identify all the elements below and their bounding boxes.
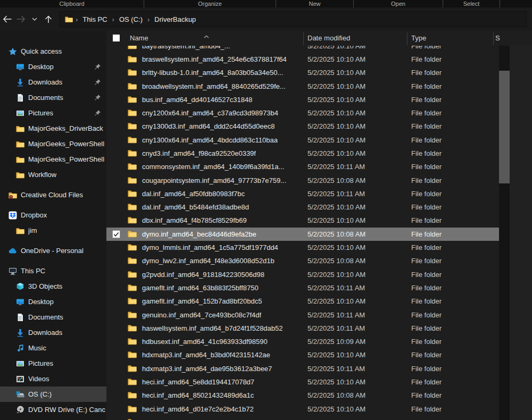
file-row[interactable]: broadwellsystem.inf_amd64_8840265d529fe.… [106, 80, 499, 93]
file-row[interactable]: g2pvdd.inf_amd64_9181842230506d985/2/202… [106, 268, 499, 281]
back-button[interactable] [0, 12, 14, 26]
sidebar-item-jim[interactable]: jim [0, 223, 106, 238]
recent-locations-chevron[interactable] [28, 12, 41, 26]
sidebar-item-label: DVD RW Drive (E:) Canc [28, 406, 105, 414]
file-row[interactable]: haswellsystem.inf_amd64_b7d24f1f528dab52… [106, 322, 499, 335]
sidebar-item-music[interactable]: Music [0, 340, 106, 356]
up-button[interactable] [41, 12, 55, 26]
sidebar-item-dvd-rw-drive-e-canc[interactable]: DVD RW Drive (E:) Canc [0, 402, 106, 417]
cell-date: 5/2/2025 10:11 AM [307, 163, 365, 171]
file-row[interactable]: dymo_lmmls.inf_amd64_1c5a775df1977dd45/2… [106, 241, 499, 254]
sidebar-item-label: Quick access [21, 47, 62, 55]
cell-name: dal.inf_amd64_af50fdb80983f7bc [142, 190, 245, 198]
file-row[interactable]: gameflt.inf_amd64_152b7ad8bf20bdc55/2/20… [106, 295, 499, 308]
folder-icon [16, 155, 24, 164]
cell-date: 5/2/2025 10:09 AM [307, 338, 365, 346]
sidebar-item-onedrive-personal[interactable]: OneDrive - Personal [0, 243, 106, 258]
file-row[interactable]: hdxmatp3.inf_amd64_dae95b3612a3bee75/2/2… [106, 362, 499, 375]
sidebar-item-creative-cloud-files[interactable]: Creative Cloud Files [0, 187, 106, 203]
sidebar-item-desktop[interactable]: Desktop [0, 59, 106, 74]
folder-icon [128, 243, 137, 251]
cell-type: File folder [411, 136, 442, 144]
file-row[interactable]: cnyd3.inf_amd64_f98ca92520e0339f5/2/2025… [106, 147, 499, 160]
folder-icon [16, 171, 24, 179]
ribbon-group-label: Clipboard [59, 0, 84, 7]
sidebar-item-this-pc[interactable]: This PC [0, 263, 106, 279]
sidebar-item-documents[interactable]: Documents [0, 309, 106, 325]
ribbon-group-new: New [276, 0, 354, 7]
sidebar-item-majorgeeks-powershell[interactable]: MajorGeeks_PowerShell [0, 136, 106, 152]
file-row[interactable]: baytrailsystem.inf_amd64_...5/2/2025 10:… [106, 46, 499, 53]
sidebar-item-label: Creative Cloud Files [21, 191, 83, 199]
column-divider[interactable] [407, 32, 408, 45]
breadcrumb-item-driverbackup[interactable]: DriverBackup [151, 15, 199, 23]
sidebar-item-majorgeeks-driverback[interactable]: MajorGeeks_DriverBack [0, 121, 106, 136]
sidebar-item-pictures[interactable]: Pictures [0, 105, 106, 121]
sidebar-item-label: Documents [28, 94, 63, 102]
file-row[interactable]: genuino.inf_amd64_7ce493bc08c7f4df5/2/20… [106, 308, 499, 322]
cell-type: File folder [411, 378, 442, 386]
file-row[interactable]: cougarpointsystem.inf_amd64_97773b7e759.… [106, 174, 499, 187]
file-row[interactable]: hdbusext.inf_amd64_41c963933df985905/2/2… [106, 335, 499, 348]
sidebar-item-videos[interactable]: Videos [0, 371, 106, 387]
file-row[interactable]: dymo_lwv2.inf_amd64_f48e3d6008d52d1b5/2/… [106, 254, 499, 267]
drive-os-icon [16, 390, 24, 399]
file-row[interactable]: heci.inf_amd64_85021432489d6a1c5/2/2025 … [106, 389, 499, 402]
column-header-type[interactable]: Type [411, 34, 426, 42]
folder-icon [128, 189, 137, 197]
forward-button[interactable] [14, 12, 28, 26]
file-row[interactable]: hdxmatp3.inf_amd64_b3bd0f42315142ae5/2/2… [106, 348, 499, 362]
file-row[interactable]: commonsystem.inf_amd64_140b9f6a39fd1a...… [106, 160, 499, 173]
breadcrumb-item-this-pc[interactable]: This PC [79, 15, 110, 23]
cell-name: hdbusext.inf_amd64_41c963933df98590 [142, 338, 268, 346]
column-divider[interactable] [303, 32, 304, 45]
file-row[interactable]: gameflt.inf_amd64_63b883f25bff87505/2/20… [106, 281, 499, 295]
file-row[interactable]: dal.inf_amd64_b5484efd38adbe8d5/2/2025 1… [106, 200, 499, 214]
file-row[interactable]: brltty-libusb-1.0.inf_amd64_8a03b05a34e5… [106, 66, 499, 79]
cell-name: heci.inf_amd64_85021432489d6a1c [142, 391, 254, 399]
folder-icon [128, 95, 137, 103]
scrollbar-thumb[interactable] [499, 71, 510, 183]
sidebar-item-desktop[interactable]: Desktop [0, 294, 106, 309]
sidebar-item-documents[interactable]: Documents [0, 90, 106, 105]
breadcrumb-item-os-c[interactable]: OS (C:) [116, 15, 146, 23]
file-row[interactable]: cny1300d3.inf_amd64_ddd2c44d55d0eec85/2/… [106, 120, 499, 133]
folder-icon [128, 122, 137, 130]
sidebar-item-quick-access[interactable]: Quick access [0, 44, 106, 59]
sidebar-item-workflow[interactable]: Workflow [0, 167, 106, 182]
row-checkbox-checked[interactable] [112, 230, 120, 238]
folder-icon [128, 418, 137, 420]
cell-type: File folder [411, 177, 442, 184]
pictures-icon [16, 109, 24, 117]
cell-type: File folder [411, 365, 442, 373]
cell-name: dymo_lwv2.inf_amd64_f48e3d6008d52d1b [142, 257, 275, 265]
cell-name: cny1200x64.inf_amd64_c37a9cd3d98973b4 [142, 109, 278, 117]
address-bar[interactable]: ›This PC›OS (C:)›DriverBackup [60, 11, 527, 27]
file-row[interactable]: braswellsystem.inf_amd64_254e6c6378817f6… [106, 53, 499, 66]
column-header-size[interactable]: Size [495, 34, 500, 42]
sidebar-item-dropbox[interactable]: Dropbox [0, 207, 106, 223]
file-row-partial[interactable] [106, 416, 499, 420]
file-row[interactable]: heci.inf_amd64_5e8dd194417078d75/2/2025 … [106, 375, 499, 389]
sidebar-item-os-c[interactable]: OS (C:) [0, 387, 106, 402]
vertical-scrollbar[interactable] [499, 31, 510, 420]
column-divider[interactable] [493, 32, 494, 45]
file-row[interactable]: heci.inf_amd64_d01e7c2e2b4c1b725/2/2025 … [106, 402, 499, 416]
select-all-checkbox[interactable] [113, 35, 120, 41]
file-row[interactable]: cny1300x64.inf_amd64_4bdcdd863c110baa5/2… [106, 133, 499, 147]
sidebar-item-majorgeeks-powershell[interactable]: MajorGeeks_PowerShell [0, 152, 106, 167]
file-row[interactable]: bus.inf_amd64_dd40146527c318485/2/2025 1… [106, 93, 499, 106]
sidebar-item-downloads[interactable]: Downloads [0, 74, 106, 90]
sidebar-item-3d-objects[interactable]: 3D Objects [0, 279, 106, 294]
file-row[interactable]: dbx.inf_amd64_f4b785cf8529fb695/2/2025 1… [106, 214, 499, 227]
sidebar-item-pictures[interactable]: Pictures [0, 356, 106, 371]
file-row[interactable]: dal.inf_amd64_af50fdb80983f7bc5/2/2025 1… [106, 187, 499, 200]
cell-date: 5/2/2025 10:10 AM [307, 271, 365, 279]
sidebar-item-label: Documents [28, 313, 63, 321]
file-row[interactable]: cny1200x64.inf_amd64_c37a9cd3d98973b45/2… [106, 106, 499, 120]
column-header-date-modified[interactable]: Date modified [307, 34, 350, 42]
file-row[interactable]: dymo.inf_amd64_bec84d46d9efa2be5/2/2025 … [106, 228, 499, 241]
sidebar-item-downloads[interactable]: Downloads [0, 325, 106, 340]
column-header-name[interactable]: Name [130, 34, 148, 42]
file-rows: baytrailsystem.inf_amd64_...5/2/2025 10:… [106, 46, 499, 420]
